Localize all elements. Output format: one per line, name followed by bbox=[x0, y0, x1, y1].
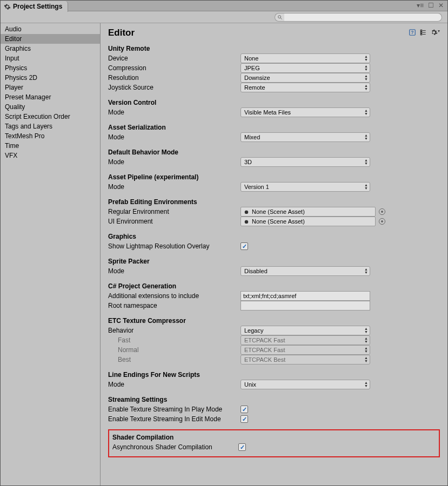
preset-icon[interactable] bbox=[419, 29, 427, 38]
dropdown-etc-normal: ETCPACK Fast▲▼ bbox=[240, 345, 370, 355]
search-icon bbox=[275, 13, 284, 22]
sidebar-item-input[interactable]: Input bbox=[1, 53, 100, 63]
label-stream-play: Enable Texture Streaming In Play Mode bbox=[108, 405, 240, 414]
label-sp-mode: Mode bbox=[108, 267, 240, 276]
svg-point-0 bbox=[278, 15, 280, 18]
sidebar-item-player[interactable]: Player bbox=[1, 83, 100, 92]
section-graphics: Graphics bbox=[108, 233, 440, 240]
dropdown-etc-best: ETCPACK Best▲▼ bbox=[240, 355, 370, 364]
svg-line-1 bbox=[280, 18, 282, 19]
section-csharp: C# Project Generation bbox=[108, 282, 440, 290]
dropdown-ap-mode[interactable]: Version 1▲▼ bbox=[240, 182, 370, 192]
checkbox-stream-edit[interactable]: ✓ bbox=[240, 415, 248, 423]
checkbox-show-lightmap[interactable]: ✓ bbox=[240, 242, 248, 250]
dropdown-sp-mode[interactable]: Disabled▲▼ bbox=[240, 266, 370, 276]
label-as-mode: Mode bbox=[108, 133, 240, 142]
section-streaming: Streaming Settings bbox=[108, 396, 440, 403]
content-header: Editor ? ▾ bbox=[108, 28, 440, 38]
window-tab[interactable]: Project Settings bbox=[1, 1, 68, 12]
search-input[interactable] bbox=[284, 13, 442, 22]
object-field-ui-env[interactable]: ⏺None (Scene Asset) bbox=[240, 217, 376, 226]
unity-icon: ⏺ bbox=[243, 218, 250, 225]
dropdown-resolution[interactable]: Downsize▲▼ bbox=[240, 73, 370, 83]
checkbox-async-shader[interactable]: ✓ bbox=[238, 443, 246, 451]
dropdown-joystick[interactable]: Remote▲▼ bbox=[240, 83, 370, 92]
sidebar-item-textmeshpro[interactable]: TextMesh Pro bbox=[1, 131, 100, 141]
toolbar bbox=[1, 11, 447, 23]
sidebar-item-time[interactable]: Time bbox=[1, 141, 100, 151]
window-title: Project Settings bbox=[13, 3, 62, 10]
dropdown-device[interactable]: None▲▼ bbox=[240, 53, 370, 63]
dropdown-etc-behavior[interactable]: Legacy▲▼ bbox=[240, 326, 370, 335]
label-ap-mode: Mode bbox=[108, 183, 240, 192]
dropdown-compression[interactable]: JPEG▲▼ bbox=[240, 63, 370, 73]
label-device: Device bbox=[108, 54, 240, 63]
sidebar-item-editor[interactable]: Editor bbox=[1, 34, 100, 44]
label-root-ns: Root namespace bbox=[108, 301, 240, 310]
window-menu-icon[interactable]: ▾≡ bbox=[415, 2, 425, 9]
gear-icon bbox=[4, 3, 11, 10]
dropdown-as-mode[interactable]: Mixed▲▼ bbox=[240, 132, 370, 142]
label-ui-env: UI Environment bbox=[108, 217, 240, 226]
object-picker-ui[interactable] bbox=[379, 218, 385, 225]
sidebar-item-physics2d[interactable]: Physics 2D bbox=[1, 73, 100, 83]
section-etc: ETC Texture Compressor bbox=[108, 317, 440, 325]
page-title: Editor bbox=[108, 28, 135, 38]
sidebar-item-physics[interactable]: Physics bbox=[1, 63, 100, 73]
header-icons: ? ▾ bbox=[409, 29, 440, 38]
content: Editor ? ▾ Unity Remote DeviceNone▲▼ Com… bbox=[101, 23, 447, 485]
label-db-mode: Mode bbox=[108, 158, 240, 167]
main: Audio Editor Graphics Input Physics Phys… bbox=[1, 23, 447, 485]
label-etc-fast: Fast bbox=[108, 336, 240, 345]
sidebar-item-quality[interactable]: Quality bbox=[1, 102, 100, 112]
sidebar-item-script-execution[interactable]: Script Execution Order bbox=[1, 112, 100, 122]
label-resolution: Resolution bbox=[108, 73, 240, 83]
input-root-ns[interactable] bbox=[240, 301, 370, 310]
search-field[interactable] bbox=[275, 13, 442, 22]
sidebar-item-vfx[interactable]: VFX bbox=[1, 151, 100, 160]
svg-text:?: ? bbox=[411, 30, 414, 35]
section-version-control: Version Control bbox=[108, 99, 440, 106]
settings-icon[interactable]: ▾ bbox=[430, 29, 440, 38]
window-maximize-icon[interactable]: ☐ bbox=[426, 2, 436, 9]
object-picker-regular[interactable] bbox=[379, 208, 385, 215]
sidebar-item-tags-layers[interactable]: Tags and Layers bbox=[1, 122, 100, 131]
input-extensions[interactable] bbox=[240, 291, 370, 301]
section-asset-pipeline: Asset Pipeline (experimental) bbox=[108, 173, 440, 181]
checkbox-stream-play[interactable]: ✓ bbox=[240, 406, 248, 413]
dropdown-etc-fast: ETCPACK Fast▲▼ bbox=[240, 335, 370, 345]
label-joystick: Joystick Source bbox=[108, 83, 240, 92]
sidebar-item-audio[interactable]: Audio bbox=[1, 24, 100, 34]
label-extensions: Additional extensions to include bbox=[108, 292, 240, 301]
label-etc-behavior: Behavior bbox=[108, 326, 240, 335]
object-field-regular-env[interactable]: ⏺None (Scene Asset) bbox=[240, 207, 376, 217]
section-sprite-packer: Sprite Packer bbox=[108, 258, 440, 265]
label-compression: Compression bbox=[108, 64, 240, 73]
sidebar: Audio Editor Graphics Input Physics Phys… bbox=[1, 23, 101, 485]
section-asset-serialization: Asset Serialization bbox=[108, 124, 440, 131]
titlebar: Project Settings ▾≡ ☐ ✕ bbox=[1, 1, 447, 11]
window-controls: ▾≡ ☐ ✕ bbox=[415, 2, 445, 9]
unity-icon: ⏺ bbox=[243, 208, 250, 215]
help-icon[interactable]: ? bbox=[409, 29, 416, 38]
dropdown-db-mode[interactable]: 3D▲▼ bbox=[240, 157, 370, 167]
label-show-lightmap: Show Lightmap Resolution Overlay bbox=[108, 242, 240, 251]
sidebar-item-preset-manager[interactable]: Preset Manager bbox=[1, 92, 100, 102]
window-close-icon[interactable]: ✕ bbox=[437, 2, 445, 9]
section-line-endings: Line Endings For New Scripts bbox=[108, 371, 440, 379]
section-unity-remote: Unity Remote bbox=[108, 45, 440, 52]
section-default-behavior: Default Behavior Mode bbox=[108, 148, 440, 156]
label-vc-mode: Mode bbox=[108, 108, 240, 117]
section-prefab-env: Prefab Editing Environments bbox=[108, 198, 440, 206]
label-async-shader: Asynchronous Shader Compilation bbox=[112, 443, 238, 452]
label-etc-normal: Normal bbox=[108, 346, 240, 355]
sidebar-item-graphics[interactable]: Graphics bbox=[1, 44, 100, 53]
label-etc-best: Best bbox=[108, 355, 240, 364]
label-regular-env: Regular Environment bbox=[108, 207, 240, 217]
highlight-shader-compilation: Shader Compilation Asynchronous Shader C… bbox=[108, 429, 440, 457]
section-shader: Shader Compilation bbox=[112, 434, 436, 441]
label-le-mode: Mode bbox=[108, 380, 240, 389]
dropdown-le-mode[interactable]: Unix▲▼ bbox=[240, 380, 370, 389]
dropdown-vc-mode[interactable]: Visible Meta Files▲▼ bbox=[240, 107, 370, 117]
label-stream-edit: Enable Texture Streaming In Edit Mode bbox=[108, 415, 240, 424]
